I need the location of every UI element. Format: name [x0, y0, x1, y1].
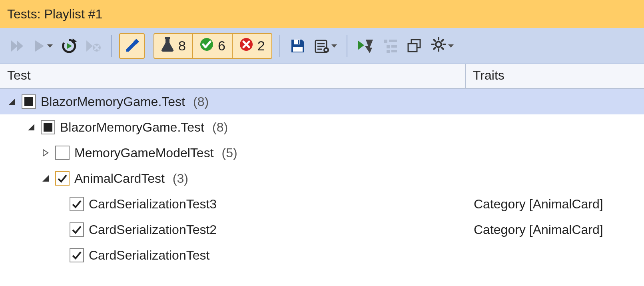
total-tests-button[interactable]: 8: [154, 34, 193, 58]
tree-row-namespace[interactable]: BlazorMemoryGame.Test (8): [0, 114, 644, 140]
svg-line-43: [433, 47, 436, 50]
tree-row-test[interactable]: CardSerializationTest3 Category [AnimalC…: [0, 191, 644, 217]
svg-rect-34: [408, 44, 417, 52]
save-playlist-button[interactable]: [287, 34, 308, 58]
tree-count: (3): [173, 171, 188, 186]
tree-row-test[interactable]: CardSerializationTest2 Category [AnimalC…: [0, 217, 644, 242]
svg-point-35: [436, 42, 441, 47]
checkbox-checked[interactable]: [70, 248, 84, 262]
test-tree: BlazorMemoryGame.Test (8) BlazorMemoryGa…: [0, 89, 644, 268]
separator: [279, 35, 280, 57]
column-header-test[interactable]: Test: [0, 64, 466, 88]
svg-rect-11: [165, 37, 170, 39]
run-all-in-view-button[interactable]: [7, 34, 28, 58]
failed-count: 2: [257, 38, 265, 54]
total-count: 8: [178, 38, 186, 54]
svg-marker-46: [43, 150, 48, 156]
svg-rect-31: [387, 50, 390, 53]
checkbox-checked[interactable]: [70, 222, 84, 237]
tree-label: BlazorMemoryGame.Test: [41, 94, 185, 109]
checkbox-checked[interactable]: [70, 197, 84, 211]
tree-row-test[interactable]: CardSerializationTest: [0, 242, 644, 268]
checkbox-mixed[interactable]: [41, 120, 55, 134]
svg-rect-27: [384, 40, 387, 43]
svg-marker-4: [67, 43, 72, 49]
tree-count: (5): [222, 146, 237, 160]
tree-label: CardSerializationTest2: [89, 222, 217, 237]
tree-label: MemoryGameModelTest: [74, 146, 214, 160]
chevron-down-icon: [448, 44, 454, 48]
settings-button[interactable]: [428, 34, 456, 58]
svg-marker-47: [42, 175, 49, 182]
svg-marker-5: [86, 40, 93, 52]
expander-open-icon[interactable]: [41, 174, 50, 183]
checkbox-checked[interactable]: [55, 171, 70, 186]
svg-line-42: [441, 39, 444, 42]
separator: [111, 35, 112, 57]
run-until-failure-button[interactable]: [355, 34, 377, 58]
expander-open-icon[interactable]: [7, 97, 17, 106]
svg-marker-45: [28, 124, 34, 130]
x-circle-icon: [239, 37, 253, 55]
failed-tests-button[interactable]: 2: [233, 34, 271, 58]
window-title: Tests: Playlist #1: [7, 7, 102, 22]
column-label: Traits: [473, 68, 504, 82]
tree-label: CardSerializationTest3: [89, 197, 217, 212]
tree-label: BlazorMemoryGame.Test: [60, 120, 204, 135]
svg-rect-17: [298, 40, 299, 44]
chevron-down-icon: [47, 44, 53, 48]
open-windows-button[interactable]: [404, 34, 425, 58]
checkbox-unchecked[interactable]: [55, 146, 70, 160]
expander-closed-icon[interactable]: [41, 148, 50, 158]
toolbar: 8 6 2: [0, 28, 644, 64]
separator: [347, 35, 347, 57]
show-test-hierarchy-button[interactable]: [380, 34, 401, 58]
tree-row-class[interactable]: MemoryGameModelTest (5): [0, 140, 644, 166]
trait-text: Category [AnimalCard]: [474, 197, 603, 211]
svg-rect-32: [391, 50, 397, 52]
tree-row-assembly[interactable]: BlazorMemoryGame.Test (8): [0, 89, 644, 114]
tree-count: (8): [193, 94, 209, 109]
trait-cell: Category [AnimalCard]: [466, 197, 644, 212]
svg-rect-28: [389, 40, 397, 42]
gear-icon: [431, 36, 447, 55]
chevron-down-icon: [331, 44, 337, 48]
svg-rect-30: [391, 45, 397, 48]
column-label: Test: [7, 68, 31, 82]
cancel-run-button[interactable]: [83, 34, 104, 58]
passed-count: 6: [218, 38, 225, 54]
svg-marker-1: [17, 40, 23, 52]
trait-cell: Category [AnimalCard]: [466, 222, 644, 237]
svg-marker-44: [9, 98, 15, 105]
svg-line-41: [441, 47, 444, 50]
svg-marker-26: [365, 40, 373, 53]
title-bar: Tests: Playlist #1: [0, 0, 644, 28]
check-circle-icon: [199, 37, 214, 55]
tree-count: (8): [212, 120, 228, 135]
svg-rect-18: [293, 47, 303, 52]
svg-line-40: [433, 39, 436, 42]
expander-open-icon[interactable]: [26, 122, 36, 132]
checkbox-mixed[interactable]: [22, 94, 36, 109]
svg-marker-25: [358, 40, 364, 50]
test-counts-group: 8 6 2: [154, 33, 272, 59]
svg-marker-2: [35, 40, 44, 52]
edit-playlist-button[interactable]: [119, 33, 145, 59]
column-header-row: Test Traits: [0, 64, 644, 89]
repeat-last-run-button[interactable]: [58, 34, 80, 58]
svg-point-24: [325, 49, 327, 51]
svg-rect-29: [387, 45, 390, 48]
tree-row-class[interactable]: AnimalCardTest (3): [0, 166, 644, 191]
svg-marker-0: [11, 40, 18, 52]
passed-tests-button[interactable]: 6: [193, 34, 233, 58]
run-button[interactable]: [31, 34, 55, 58]
column-header-traits[interactable]: Traits: [466, 64, 644, 88]
tree-label: AnimalCardTest: [74, 171, 165, 186]
flask-icon: [161, 36, 174, 56]
trait-text: Category [AnimalCard]: [474, 222, 603, 237]
playlist-options-button[interactable]: [311, 34, 339, 58]
tree-label: CardSerializationTest: [89, 248, 209, 263]
